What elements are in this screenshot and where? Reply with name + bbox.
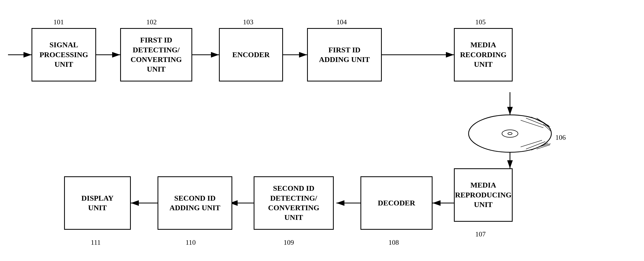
ref-105: 105 [475,18,486,26]
block-107: MEDIAREPRODUCINGUNIT [454,168,513,222]
svg-line-23 [531,143,548,150]
diagram-container: SIGNALPROCESSINGUNIT 101 FIRST IDDETECTI… [0,0,644,261]
block-104: FIRST IDADDING UNIT [307,28,382,81]
block-105-label: MEDIARECORDINGUNIT [460,40,506,69]
block-103-label: ENCODER [232,50,270,60]
block-109: SECOND IDDETECTING/CONVERTINGUNIT [254,176,334,230]
svg-line-21 [521,140,542,147]
disk-106 [467,112,553,155]
block-110-label: SECOND IDADDING UNIT [170,193,221,213]
ref-104: 104 [336,18,347,26]
block-110: SECOND IDADDING UNIT [158,176,232,230]
block-105: MEDIARECORDINGUNIT [454,28,513,81]
ref-110: 110 [186,239,196,247]
svg-line-18 [537,118,550,127]
ref-111: 111 [91,239,101,247]
block-111: DISPLAYUNIT [64,176,131,230]
ref-107: 107 [475,230,486,238]
block-103: ENCODER [219,28,283,81]
block-102-label: FIRST IDDETECTING/CONVERTINGUNIT [131,35,182,74]
block-108: DECODER [360,176,433,230]
block-107-label: MEDIAREPRODUCINGUNIT [455,180,512,209]
ref-102: 102 [146,18,157,26]
block-101-label: SIGNALPROCESSINGUNIT [40,40,88,69]
block-109-label: SECOND IDDETECTING/CONVERTINGUNIT [268,184,319,223]
ref-101: 101 [53,18,64,26]
block-104-label: FIRST IDADDING UNIT [319,45,370,65]
svg-point-14 [508,133,512,135]
block-101: SIGNALPROCESSINGUNIT [32,28,96,81]
ref-108: 108 [388,239,399,247]
ref-109: 109 [284,239,294,247]
block-111-label: DISPLAYUNIT [81,193,113,213]
ref-106: 106 [555,134,566,142]
block-108-label: DECODER [378,198,415,208]
block-102: FIRST IDDETECTING/CONVERTINGUNIT [120,28,192,81]
ref-103: 103 [243,18,253,26]
